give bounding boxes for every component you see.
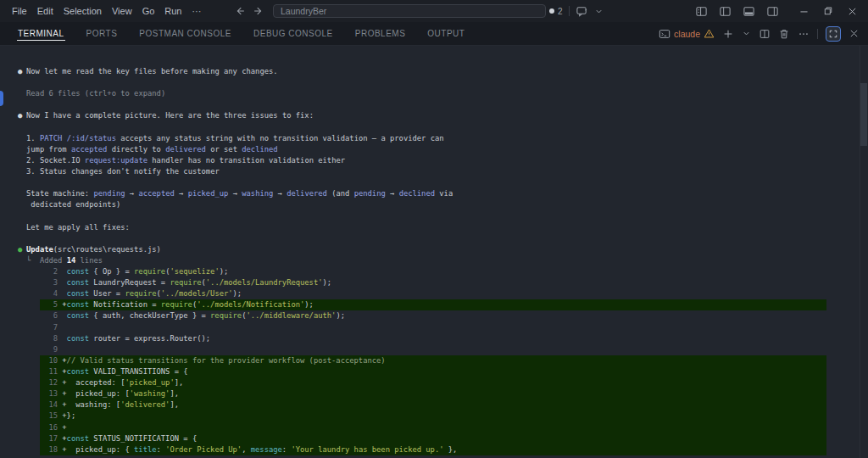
customize-layout-icon[interactable] xyxy=(695,5,708,18)
terminal-line: ●Now let me read the key files before ma… xyxy=(0,66,858,77)
terminal-line: └ Added 14 lines xyxy=(0,255,858,266)
maximize-panel-button[interactable] xyxy=(826,26,841,42)
terminal-line: 7 xyxy=(40,322,826,333)
menu-view[interactable]: View xyxy=(107,4,137,18)
forward-arrow-icon[interactable] xyxy=(253,5,264,17)
notification-dot-icon xyxy=(549,8,554,14)
new-terminal-icon[interactable] xyxy=(722,28,734,40)
terminal-line xyxy=(0,210,858,221)
tab-debug-console[interactable]: DEBUG CONSOLE xyxy=(242,22,344,45)
restore-icon[interactable] xyxy=(823,6,833,16)
toggle-sidebar-icon[interactable] xyxy=(719,5,732,18)
activity-indicator xyxy=(0,91,3,106)
terminal-line: 2 const { Op } = require('sequelize'); xyxy=(40,266,826,277)
menu-run[interactable]: Run xyxy=(159,4,186,18)
tab-output[interactable]: OUTPUT xyxy=(416,22,476,45)
terminal-line: 11 +const VALID_TRANSITIONS = { xyxy=(40,366,826,377)
terminal-line: 5 +const Notification = require('../mode… xyxy=(40,299,826,310)
menu-edit[interactable]: Edit xyxy=(32,4,58,18)
terminal-line: 18 + picked_up: { title: 'Order Picked U… xyxy=(40,444,826,455)
terminal-line: 9 xyxy=(40,344,826,355)
panel-tabs: TERMINAL PORTS POSTMAN CONSOLE DEBUG CON… xyxy=(0,22,476,45)
terminal-panel[interactable]: ●Now let me read the key files before ma… xyxy=(0,46,868,458)
menu-go[interactable]: Go xyxy=(137,4,160,18)
terminal-line xyxy=(0,99,858,110)
menu-selection[interactable]: Selection xyxy=(58,4,107,18)
notification-count: 2 xyxy=(558,7,563,16)
terminal-scrollbar xyxy=(860,46,868,458)
terminal-line: 15 +}; xyxy=(40,411,826,422)
minimize-icon[interactable] xyxy=(798,6,810,17)
terminal-line xyxy=(0,77,858,88)
terminal-line: Let me apply all fixes: xyxy=(0,222,858,233)
terminal-line: Read 6 files (ctrl+o to expand) xyxy=(0,88,858,99)
terminal-line: 13 + picked_up: ['washing'], xyxy=(40,388,826,399)
terminal-line: 14 + washing: ['delivered'], xyxy=(40,399,826,411)
terminal-line: 6 const { auth, checkUserType } = requir… xyxy=(40,310,826,321)
window-controls xyxy=(798,6,858,17)
terminal-line xyxy=(0,122,858,133)
toggle-secondary-sidebar-icon[interactable] xyxy=(766,5,779,18)
terminal-line: 2. Socket.IO request:update handler has … xyxy=(0,155,858,166)
terminal-line xyxy=(0,233,858,244)
terminal-line: 1. PATCH /:id/status accepts any status … xyxy=(0,133,858,144)
tab-terminal[interactable]: TERMINAL xyxy=(7,22,75,45)
back-arrow-icon[interactable] xyxy=(234,5,246,17)
warning-icon xyxy=(704,28,715,39)
close-panel-icon[interactable] xyxy=(849,28,860,39)
terminal-line: 17 +const STATUS_NOTIFICATION = { xyxy=(40,433,826,444)
layout-controls xyxy=(695,0,868,22)
terminal-line: 12 + accepted: ['picked_up'], xyxy=(40,377,826,388)
terminal-line: 4 const User = require('../models/User')… xyxy=(40,288,826,299)
menu-overflow-button[interactable]: ⋯ xyxy=(187,4,208,19)
toggle-panel-icon[interactable] xyxy=(743,5,755,18)
terminal-line: dedicated endpoints) xyxy=(0,199,858,210)
bullet-icon: ● xyxy=(18,244,22,255)
tab-ports[interactable]: PORTS xyxy=(75,22,129,45)
more-actions-icon[interactable] xyxy=(798,28,810,40)
terminal-icon xyxy=(659,28,670,40)
command-center-search[interactable]: LaundryBer xyxy=(273,4,546,18)
bullet-icon: ● xyxy=(18,110,22,121)
tab-problems[interactable]: PROBLEMS xyxy=(344,22,417,45)
terminal-line xyxy=(0,177,858,188)
kill-terminal-trash-icon[interactable] xyxy=(778,28,790,40)
title-badges: 2 xyxy=(549,0,604,22)
chevron-down-icon[interactable] xyxy=(594,7,604,16)
divider xyxy=(569,6,570,16)
terminal-line: 3 const LaundryRequest = require('../mod… xyxy=(40,277,826,288)
scrollbar-thumb[interactable] xyxy=(860,83,867,146)
menu-bar: File Edit Selection View Go Run ⋯ xyxy=(0,4,208,19)
terminal-dropdown-chevron-icon[interactable] xyxy=(742,29,751,38)
copilot-chat-icon[interactable] xyxy=(576,5,588,18)
vscode-window: File Edit Selection View Go Run ⋯ Laundr… xyxy=(0,0,868,458)
terminal-line: jump from accepted directly to delivered… xyxy=(0,144,858,155)
terminal-line: 8 const router = express.Router(); xyxy=(40,333,826,344)
terminal-session-claude[interactable]: claude xyxy=(659,28,715,40)
history-nav xyxy=(234,0,264,22)
terminal-line: 10 +// Valid status transitions for the … xyxy=(40,355,826,366)
terminal-line: 16 + xyxy=(40,422,826,433)
bullet-icon: ● xyxy=(18,66,22,77)
divider xyxy=(817,29,818,39)
terminal-session-label: claude xyxy=(674,29,700,39)
terminal-output: ●Now let me read the key files before ma… xyxy=(0,66,858,455)
notification-count-badge[interactable]: 2 xyxy=(549,7,563,16)
terminal-line: ●Update(src\routes\requests.js) xyxy=(0,244,858,255)
title-bar: File Edit Selection View Go Run ⋯ Laundr… xyxy=(0,0,868,22)
terminal-actions: claude xyxy=(659,26,868,42)
split-terminal-icon[interactable] xyxy=(759,28,771,40)
panel-tab-bar: TERMINAL PORTS POSTMAN CONSOLE DEBUG CON… xyxy=(0,22,868,46)
terminal-line: State machine: pending → accepted → pick… xyxy=(0,188,858,199)
menu-file[interactable]: File xyxy=(7,4,32,18)
maximize-panel-icon xyxy=(828,29,838,39)
tab-postman-console[interactable]: POSTMAN CONSOLE xyxy=(128,22,242,45)
terminal-line: ●Now I have a complete picture. Here are… xyxy=(0,110,858,121)
terminal-line: 3. Status changes don't notify the custo… xyxy=(0,166,858,177)
close-window-icon[interactable] xyxy=(847,6,858,17)
